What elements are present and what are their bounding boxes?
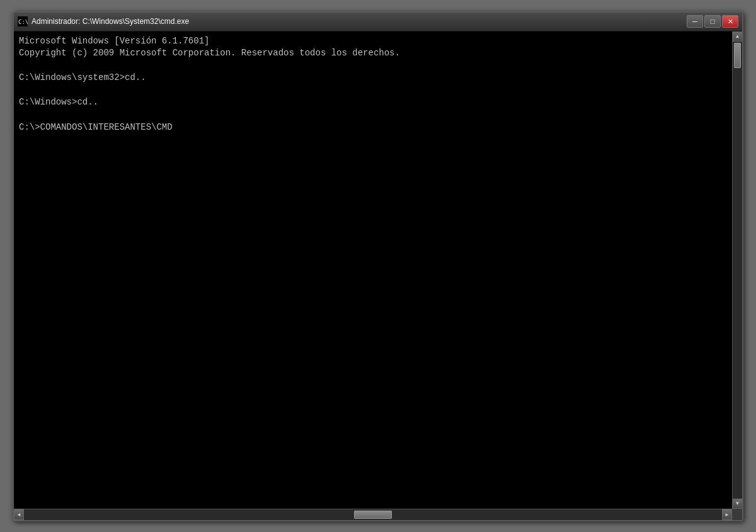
cmd-icon: C:\ xyxy=(18,16,28,26)
scrollbar-track-x[interactable] xyxy=(24,509,722,520)
resize-corner xyxy=(732,509,742,520)
window-title: Administrador: C:\Windows\System32\cmd.e… xyxy=(32,17,687,26)
minimize-button[interactable]: ─ xyxy=(687,15,703,28)
terminal-line: C:\Windows>cd.. xyxy=(19,96,727,109)
scrollbar-track-y[interactable] xyxy=(733,42,742,499)
terminal-line xyxy=(19,60,727,72)
scrollbar-thumb-y[interactable] xyxy=(734,43,741,68)
maximize-button[interactable]: □ xyxy=(704,15,721,28)
scroll-left-button[interactable]: ◄ xyxy=(14,509,24,520)
vertical-scrollbar: ▲ ▼ xyxy=(732,31,742,509)
horizontal-scrollbar: ◄ ► xyxy=(14,509,742,520)
terminal-line: C:\Windows\system32>cd.. xyxy=(19,72,727,84)
window-controls: ─ □ ✕ xyxy=(687,15,738,28)
terminal-line: Copyright (c) 2009 Microsoft Corporation… xyxy=(19,47,727,60)
terminal-line xyxy=(19,84,727,97)
scroll-down-button[interactable]: ▼ xyxy=(733,499,743,509)
scroll-up-button[interactable]: ▲ xyxy=(733,31,743,42)
scrollbar-thumb-x[interactable] xyxy=(354,511,392,519)
cmd-window: C:\ Administrador: C:\Windows\System32\c… xyxy=(13,11,743,521)
terminal-line: Microsoft Windows [Versión 6.1.7601] xyxy=(19,35,727,48)
window-body: Microsoft Windows [Versión 6.1.7601]Copy… xyxy=(14,31,742,509)
terminal-line xyxy=(19,109,727,122)
svg-text:C:\: C:\ xyxy=(18,19,28,25)
title-bar: C:\ Administrador: C:\Windows\System32\c… xyxy=(14,13,742,31)
terminal-line: C:\>COMANDOS\INTERESANTES\CMD xyxy=(19,122,727,134)
terminal-area[interactable]: Microsoft Windows [Versión 6.1.7601]Copy… xyxy=(14,31,732,509)
scroll-right-button[interactable]: ► xyxy=(722,509,732,520)
close-button[interactable]: ✕ xyxy=(722,15,738,28)
